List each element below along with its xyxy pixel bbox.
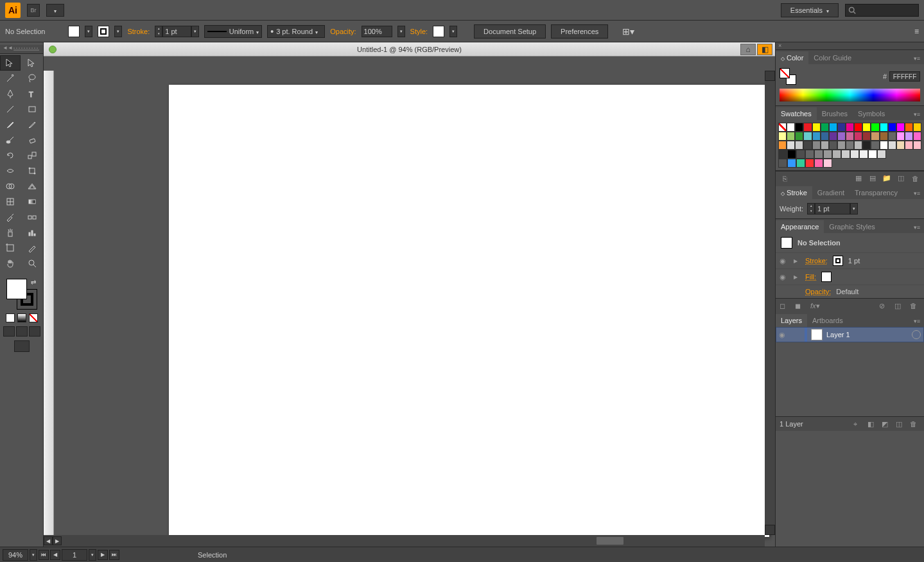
artboard-tool[interactable] [0,240,21,256]
swatch-cell[interactable] [896,123,905,132]
swatch-cell[interactable] [871,141,879,150]
swatch-cell[interactable] [796,150,805,159]
profile-dropdown[interactable]: Uniform [204,25,262,38]
swatch-cell[interactable] [871,123,879,132]
brush-dropdown[interactable]: • 3 pt. Round [267,25,325,38]
swatch-cell[interactable] [846,123,854,132]
blob-brush-tool[interactable] [0,132,21,148]
perspective-grid-tool[interactable] [22,179,42,194]
fill-swatch-mini[interactable] [821,272,832,282]
screen-mode-button[interactable] [14,340,30,352]
layer-name[interactable]: Layer 1 [826,331,908,338]
new-color-group-icon[interactable]: 📁 [882,174,892,183]
vertical-scrollbar[interactable] [765,71,775,535]
tab-gradient[interactable]: Gradient [812,186,850,199]
color-panel-menu[interactable]: ▾≡ [910,53,924,64]
eyedropper-tool[interactable] [0,209,21,225]
swatch-cell[interactable] [862,123,871,132]
swatch-cell[interactable] [812,123,821,132]
swatch-cell[interactable] [913,141,921,150]
preferences-button[interactable]: Preferences [551,24,608,39]
stroke-swatch[interactable] [98,26,109,37]
swatch-libraries-icon[interactable]: ⎘ [780,174,790,183]
swap-fill-stroke-icon[interactable]: ⇄ [31,279,36,286]
swatch-cell[interactable] [795,141,803,150]
bridge-icon[interactable]: Br [27,4,40,17]
slice-tool[interactable] [22,240,42,256]
first-artboard-button[interactable]: ⏮ [39,550,49,560]
swatch-cell[interactable] [841,150,850,159]
clear-appearance-icon[interactable]: ⊘ [879,302,889,310]
swatch-cell[interactable] [803,123,812,132]
swatch-cell[interactable] [829,141,837,150]
swatch-cell[interactable] [821,132,829,141]
swatch-cell[interactable] [805,159,814,168]
search-input[interactable] [845,4,919,17]
swatch-cell[interactable] [778,159,787,168]
tab-graphic-styles[interactable]: Graphic Styles [824,220,880,233]
mesh-tool[interactable] [0,194,21,209]
window-zoom-button[interactable] [49,46,57,53]
graph-tool[interactable] [22,225,42,240]
visibility-icon[interactable]: ◉ [780,257,789,265]
layer-row[interactable]: ◉ Layer 1 [776,327,924,342]
scroll-thumb[interactable] [596,536,624,545]
swatch-cell[interactable] [787,123,795,132]
layer-visibility-icon[interactable]: ◉ [779,331,788,339]
artboard[interactable] [169,85,769,537]
appearance-opacity-row[interactable]: Opacity: Default [776,285,924,298]
swatch-cell[interactable] [877,150,886,159]
swatch-cell[interactable] [846,141,854,150]
stroke-dropdown[interactable]: ▾ [114,26,122,37]
horizontal-scrollbar[interactable]: ◀ ▶ [44,535,765,547]
appearance-panel-menu[interactable]: ▾≡ [910,222,924,233]
tab-color-guide[interactable]: Color Guide [808,51,857,64]
swatch-cell[interactable] [862,141,871,150]
fill-stroke-controls[interactable]: ⇄ [6,279,37,310]
width-tool[interactable] [0,163,21,179]
magic-wand-tool[interactable] [0,71,21,86]
fill-swatch[interactable] [68,26,80,37]
lasso-tool[interactable] [22,71,42,86]
add-fill-icon[interactable]: ◼ [795,302,805,310]
line-tool[interactable] [0,101,21,117]
swatch-cell[interactable] [823,159,832,168]
layer-target-icon[interactable] [912,330,921,339]
tab-color[interactable]: ◇ Color [776,51,808,64]
style-swatch[interactable] [433,26,444,37]
prev-artboard-button[interactable]: ◀ [50,550,60,560]
align-icon[interactable]: ⊞▾ [622,26,634,37]
swatch-cell[interactable] [913,132,921,141]
swatch-cell[interactable] [778,141,787,150]
swatch-cell[interactable] [787,132,795,141]
duplicate-item-icon[interactable]: ◫ [894,302,905,310]
gradient-tool[interactable] [22,194,42,209]
tab-symbols[interactable]: Symbols [853,107,890,120]
direct-selection-tool[interactable] [22,55,42,71]
swatch-cell[interactable] [821,123,829,132]
swatch-cell[interactable] [854,132,862,141]
disclosure-icon[interactable]: ▶ [794,258,800,264]
swatch-cell[interactable] [823,150,832,159]
next-artboard-button[interactable]: ▶ [98,550,108,560]
tab-artboards[interactable]: Artboards [807,314,848,327]
artboard-dropdown[interactable]: ▾ [89,549,96,561]
document-setup-button[interactable]: Document Setup [474,24,546,39]
delete-swatch-icon[interactable]: 🗑 [910,174,920,183]
panel-close-icon[interactable]: × [776,42,924,50]
swatch-cell[interactable] [829,123,837,132]
swatch-cell[interactable] [832,150,841,159]
hex-input[interactable] [889,71,920,82]
fill-dropdown[interactable]: ▾ [85,26,92,37]
fill-color[interactable] [6,279,27,299]
swatch-cell[interactable] [880,123,888,132]
swatch-cell[interactable] [787,159,796,168]
swatch-cell[interactable] [821,141,829,150]
stroke-label[interactable]: Stroke: [127,28,150,35]
swatch-cell[interactable] [812,141,821,150]
arrange-documents-button[interactable] [46,4,64,17]
swatch-cell[interactable] [795,123,803,132]
disclosure-icon[interactable]: ▶ [794,274,800,280]
swatches-panel-menu[interactable]: ▾≡ [910,109,924,120]
swatch-cell[interactable] [814,150,823,159]
